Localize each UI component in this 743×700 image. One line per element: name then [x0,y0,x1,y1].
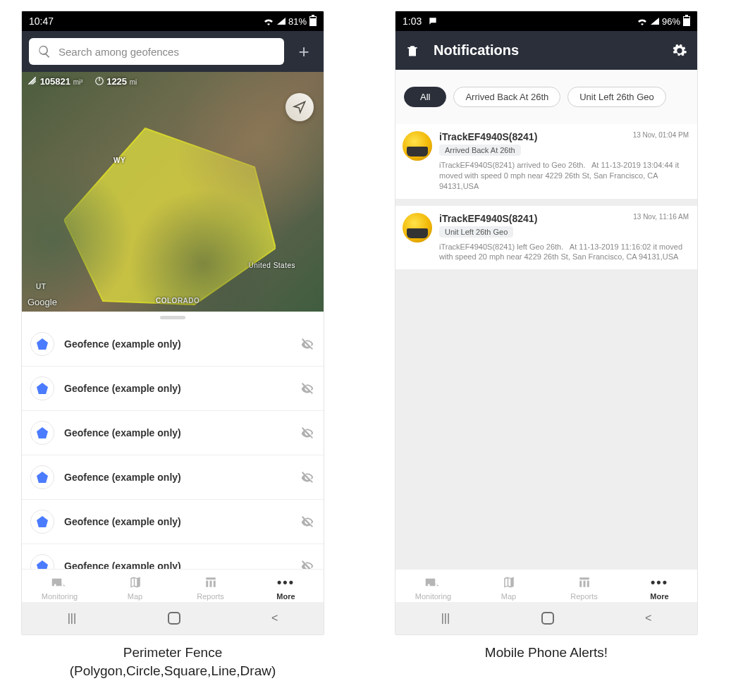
visibility-off-icon[interactable] [300,381,315,396]
list-item[interactable]: Geofence (example only) [22,411,324,455]
status-bar: 1:03 96% [395,11,697,31]
home-button[interactable] [541,612,554,625]
geofence-shape-icon [30,332,54,356]
filter-all[interactable]: All [404,87,446,107]
list-item[interactable]: Geofence (example only) [22,322,324,367]
perimeter-metric: 1225 mi [94,76,137,87]
geofence-polygon[interactable] [64,121,276,312]
notification-title: iTrackEF4940S(8241) [439,131,537,142]
signal-icon [651,18,659,25]
screen-right: 1:03 96% Notifications All Arrived Back … [395,11,698,635]
filter-chips: All Arrived Back At 26th Unit Left 26th … [395,70,697,124]
back-button[interactable]: < [271,612,278,625]
list-item[interactable]: Geofence (example only) [22,500,324,544]
gear-icon[interactable] [672,43,687,59]
visibility-off-icon[interactable] [300,514,315,529]
status-bar: 10:47 81% [22,11,324,31]
caption-left: Perimeter Fence (Polygon,Circle,Square,L… [21,635,324,680]
status-time: 1:03 [403,16,422,27]
tab-reports[interactable]: Reports [173,575,248,601]
notification-text: iTrackEF4940S(8241) arrived to Geo 26th.… [439,160,689,192]
battery-icon [309,16,317,26]
visibility-off-icon[interactable] [300,558,315,569]
visibility-off-icon[interactable] [300,469,315,485]
recents-button[interactable]: ||| [441,612,450,625]
phone-notifications: 1:03 96% Notifications All Arrived Back … [395,11,698,693]
map-label-co: COLORADO [156,297,199,305]
more-icon: ••• [622,575,697,589]
add-geofence-button[interactable]: + [291,41,317,63]
area-icon [27,76,37,86]
list-item[interactable]: Geofence (example only) [22,367,324,411]
filter-left[interactable]: Unit Left 26th Geo [567,87,666,107]
geofence-metrics: 105821 mi² 1225 mi [27,76,137,87]
geofence-shape-icon [30,510,54,534]
filter-arrived[interactable]: Arrived Back At 26th [453,87,560,107]
caption-right: Mobile Phone Alerts! [395,635,698,662]
map[interactable]: 105821 mi² 1225 mi WY UT COLORADO United… [22,72,324,312]
location-arrow-icon [293,100,307,114]
visibility-off-icon[interactable] [300,425,315,441]
wifi-icon [637,17,648,25]
van-icon [51,576,68,589]
area-metric: 105821 mi² [27,76,83,87]
back-button[interactable]: < [645,612,651,625]
geofence-shape-icon [30,465,54,489]
bottom-nav: Monitoring Map Reports •••More [22,569,324,602]
notification-list: iTrackEF4940S(8241) Arrived Back At 26th… [395,124,697,569]
geofence-shape-icon [30,554,54,569]
tab-more[interactable]: •••More [248,575,324,601]
bottom-nav: Monitoring Map Reports •••More [395,569,697,602]
search-placeholder: Search among geofences [59,46,179,58]
vehicle-avatar [403,131,432,161]
notification-time: 13 Nov, 01:04 PM [633,131,689,139]
tab-map[interactable]: Map [97,575,173,601]
list-item[interactable]: Geofence (example only) [22,455,324,500]
android-navbar: ||| < [22,602,324,634]
perimeter-icon [94,76,104,86]
more-icon: ••• [248,575,324,589]
geofence-shape-icon [30,376,54,400]
android-navbar: ||| < [395,602,697,634]
van-icon [425,576,442,589]
notification-time: 13 Nov, 11:16 AM [633,213,689,221]
home-button[interactable] [168,612,180,625]
tab-map[interactable]: Map [471,575,546,601]
notification-tag: Arrived Back At 26th [439,145,521,156]
my-location-button[interactable] [285,93,314,121]
chat-icon [427,16,438,26]
geofence-shape-icon [30,421,54,445]
visibility-off-icon[interactable] [300,336,315,352]
sheet-handle[interactable] [160,316,185,319]
status-icons: 96% [637,16,690,27]
recents-button[interactable]: ||| [68,612,76,625]
svg-point-0 [95,78,103,85]
map-icon [502,576,516,589]
notification-card[interactable]: iTrackEF4940S(8241) Arrived Back At 26th… [395,124,697,199]
google-logo: Google [27,297,57,307]
status-icons: 81% [263,16,317,27]
svg-marker-1 [64,128,276,305]
tab-monitoring[interactable]: Monitoring [395,575,471,601]
trash-icon[interactable] [405,43,419,59]
reports-icon [204,576,218,589]
map-label-us: United States [248,262,295,269]
list-item[interactable]: Geofence (example only) [22,544,324,569]
vehicle-avatar [403,213,432,242]
battery-text: 96% [662,16,680,27]
map-label-wy: WY [113,156,125,164]
tab-more[interactable]: •••More [622,575,697,601]
reports-icon [577,576,591,589]
tab-monitoring[interactable]: Monitoring [22,575,97,601]
header: Notifications [395,31,697,70]
search-bar: Search among geofences + [22,31,324,72]
wifi-icon [263,17,274,25]
battery-text: 81% [288,16,307,27]
screen-left: 10:47 81% Search among geofences + 10582… [21,11,324,635]
search-input[interactable]: Search among geofences [29,38,284,65]
phone-geofences: 10:47 81% Search among geofences + 10582… [21,11,324,693]
map-icon [128,576,142,589]
notification-title: iTrackEF4940S(8241) [439,213,537,224]
tab-reports[interactable]: Reports [546,575,622,601]
notification-card[interactable]: iTrackEF4940S(8241) Unit Left 26th Geo 1… [395,206,697,270]
